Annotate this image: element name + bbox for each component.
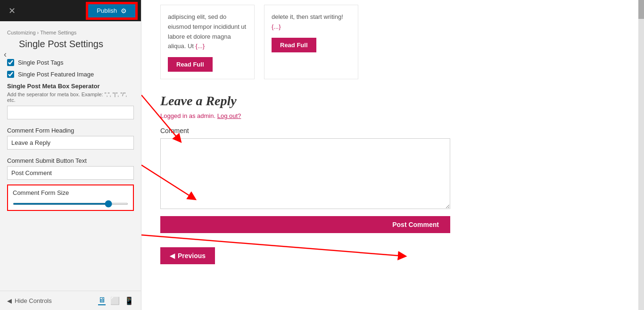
- previous-button[interactable]: ◀ Previous: [160, 247, 215, 264]
- post-comment-wrapper: Post Comment: [160, 216, 455, 233]
- post-comment-button[interactable]: Post Comment: [160, 216, 450, 233]
- device-icons: 🖥 ⬜ 📱: [98, 296, 134, 305]
- leave-reply-section: Leave a Reply Logged in as admin. Log ou…: [160, 93, 619, 264]
- hide-controls-button[interactable]: ◀ Hide Controls: [7, 297, 52, 304]
- comment-submit-label: Comment Submit Button Text: [7, 157, 134, 164]
- single-post-featured-image-label: Single Post Featured Image: [18, 71, 94, 78]
- left-panel: ✕ Publish ⚙ Customizing › Theme Settings…: [0, 0, 141, 310]
- cards-row: adipiscing elit, sed do eiusmod tempor i…: [160, 5, 619, 79]
- card-1-link[interactable]: {...}: [196, 42, 205, 50]
- panel-title: Single Post Settings: [0, 36, 141, 54]
- desktop-view-button[interactable]: 🖥: [98, 296, 106, 305]
- comment-submit-input[interactable]: [7, 166, 134, 180]
- tablet-view-button[interactable]: ⬜: [110, 296, 120, 305]
- top-bar: ✕ Publish ⚙: [0, 0, 141, 21]
- scrollbar-thumb[interactable]: [638, 0, 644, 19]
- single-post-tags-label: Single Post Tags: [18, 59, 64, 66]
- logged-in-text: Logged in as admin. Log out?: [160, 112, 619, 119]
- single-post-featured-image-row: Single Post Featured Image: [7, 71, 134, 78]
- close-button[interactable]: ✕: [5, 4, 19, 18]
- left-arrow-icon: ◀: [7, 297, 12, 304]
- card-1-text: adipiscing elit, sed do eiusmod tempor i…: [168, 12, 247, 51]
- mobile-view-button[interactable]: 📱: [124, 296, 134, 305]
- single-post-tags-row: Single Post Tags: [7, 59, 134, 66]
- bottom-bar: ◀ Hide Controls 🖥 ⬜ 📱: [0, 291, 141, 310]
- comment-form-size-slider[interactable]: [13, 203, 128, 205]
- back-button[interactable]: ‹: [4, 50, 7, 59]
- meta-box-separator-desc: Add the seperator for meta box. Example:…: [7, 92, 134, 103]
- comment-form-size-label: Comment Form Size: [13, 189, 128, 196]
- comment-textarea[interactable]: [160, 138, 450, 209]
- card-1-read-full-button[interactable]: Read Full: [168, 57, 213, 72]
- card-1: adipiscing elit, sed do eiusmod tempor i…: [160, 5, 255, 79]
- previous-label: Previous: [178, 252, 206, 260]
- single-post-tags-checkbox[interactable]: [7, 59, 14, 66]
- single-post-featured-image-checkbox[interactable]: [7, 71, 14, 78]
- hide-controls-label: Hide Controls: [15, 297, 52, 304]
- right-preview-panel: adipiscing elit, sed do eiusmod tempor i…: [141, 0, 638, 310]
- comment-form-size-box: Comment Form Size: [7, 184, 134, 211]
- card-2-read-full-button[interactable]: Read Full: [272, 38, 316, 52]
- left-arrow-icon: ◀: [170, 252, 175, 260]
- publish-button[interactable]: Publish ⚙: [87, 3, 136, 18]
- meta-box-separator-input[interactable]: [7, 106, 134, 119]
- gear-icon: ⚙: [121, 7, 127, 15]
- comment-label: Comment: [160, 127, 619, 134]
- card-2-link[interactable]: {...}: [272, 23, 281, 30]
- card-2-text: delete it, then start writing! {...}: [272, 12, 351, 32]
- publish-label: Publish: [97, 7, 117, 14]
- leave-reply-title: Leave a Reply: [160, 93, 619, 109]
- comment-form-heading-label: Comment Form Heading: [7, 127, 134, 134]
- scrollbar[interactable]: [638, 0, 644, 310]
- comment-form-heading-input[interactable]: [7, 136, 134, 150]
- logout-link[interactable]: Log out?: [217, 112, 241, 119]
- panel-content: Single Post Tags Single Post Featured Im…: [0, 54, 141, 291]
- card-2: delete it, then start writing! {...} Rea…: [264, 5, 358, 79]
- breadcrumb: Customizing › Theme Settings: [0, 25, 141, 36]
- meta-box-separator-label: Single Post Meta Box Seperator: [7, 83, 134, 90]
